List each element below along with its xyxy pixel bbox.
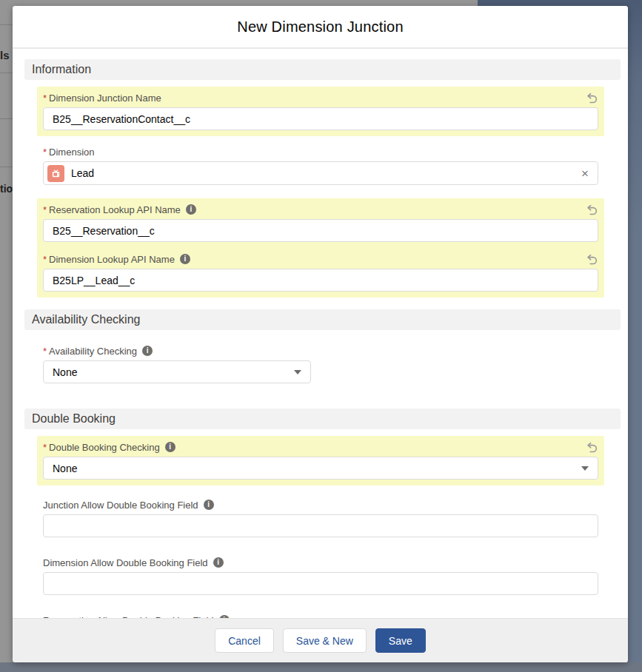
bottom-background-strip bbox=[0, 662, 642, 672]
modal-header: New Dimension Junction bbox=[13, 6, 628, 49]
save-button[interactable]: Save bbox=[375, 628, 426, 653]
required-marker: * bbox=[43, 442, 47, 453]
modal-title: New Dimension Junction bbox=[237, 19, 404, 36]
availability-checking-select[interactable]: None bbox=[43, 360, 311, 383]
field-label: Junction Allow Double Booking Field bbox=[43, 500, 198, 511]
dimension-junction-name-input[interactable] bbox=[43, 107, 598, 130]
save-and-new-button[interactable]: Save & New bbox=[283, 628, 367, 653]
double-booking-checking-select[interactable]: None bbox=[43, 457, 598, 480]
field-dimension-allow-double-booking: Dimension Allow Double Booking Field i bbox=[37, 551, 604, 601]
field-label: Dimension bbox=[49, 147, 94, 158]
double-booking-checking-selected-value: None bbox=[53, 463, 581, 474]
required-marker: * bbox=[43, 346, 47, 357]
availability-checking-selected-value: None bbox=[53, 366, 294, 378]
info-icon[interactable]: i bbox=[180, 254, 190, 264]
field-label: Availability Checking bbox=[49, 346, 137, 357]
info-icon[interactable]: i bbox=[213, 557, 224, 568]
background-divider bbox=[0, 24, 13, 25]
undo-icon[interactable] bbox=[586, 92, 598, 104]
field-double-booking-checking: * Double Booking Checking i None bbox=[37, 436, 604, 485]
undo-icon[interactable] bbox=[586, 441, 598, 454]
modal-body: Information * Dimension Junction Name * bbox=[13, 49, 628, 618]
required-marker: * bbox=[43, 93, 47, 104]
background-divider bbox=[0, 73, 13, 73]
reservation-lookup-api-name-input[interactable] bbox=[43, 219, 598, 242]
field-label: Dimension Allow Double Booking Field bbox=[43, 557, 208, 568]
field-reservation-lookup-api-name: * Reservation Lookup API Name i bbox=[37, 198, 604, 248]
dimension-lookup-combobox[interactable]: Lead × bbox=[43, 161, 598, 185]
field-label: Dimension Lookup API Name bbox=[49, 254, 175, 265]
chevron-down-icon bbox=[581, 466, 589, 471]
lead-object-icon bbox=[47, 165, 64, 182]
field-availability-checking: * Availability Checking i None bbox=[37, 340, 604, 389]
section-header-information: Information bbox=[24, 59, 621, 80]
dimension-selected-value: Lead bbox=[71, 167, 580, 179]
field-label: Reservation Lookup API Name bbox=[49, 204, 181, 215]
new-dimension-junction-modal: New Dimension Junction Information * Dim… bbox=[13, 6, 628, 662]
undo-icon[interactable] bbox=[586, 253, 598, 266]
field-reservation-allow-double-booking: Reservation Allow Double Booking Field i bbox=[37, 609, 604, 618]
info-icon[interactable]: i bbox=[142, 346, 153, 356]
field-label: Dimension Junction Name bbox=[49, 93, 161, 104]
clear-selection-icon[interactable]: × bbox=[580, 167, 590, 180]
required-marker: * bbox=[43, 204, 47, 215]
dimension-lookup-api-name-input[interactable] bbox=[43, 269, 598, 292]
field-dimension-junction-name: * Dimension Junction Name bbox=[37, 87, 604, 136]
field-label: Double Booking Checking bbox=[49, 442, 160, 453]
info-icon[interactable]: i bbox=[204, 500, 214, 510]
chevron-down-icon bbox=[294, 370, 301, 374]
field-junction-allow-double-booking: Junction Allow Double Booking Field i bbox=[37, 494, 604, 543]
info-icon[interactable]: i bbox=[186, 204, 196, 215]
background-divider bbox=[0, 118, 13, 119]
background-divider bbox=[0, 167, 13, 167]
cancel-button[interactable]: Cancel bbox=[215, 628, 274, 653]
section-header-availability-checking: Availability Checking bbox=[24, 309, 621, 330]
required-marker: * bbox=[43, 254, 47, 265]
required-marker: * bbox=[43, 147, 47, 158]
section-header-double-booking: Double Booking bbox=[24, 409, 621, 429]
field-dimension-lookup-api-name: * Dimension Lookup API Name i bbox=[37, 248, 604, 298]
dimension-allow-double-booking-input[interactable] bbox=[43, 572, 598, 595]
junction-allow-double-booking-input[interactable] bbox=[43, 514, 598, 537]
modal-footer: Cancel Save & New Save bbox=[13, 618, 628, 662]
undo-icon[interactable] bbox=[586, 204, 598, 216]
background-text-fragment: tio bbox=[0, 183, 13, 195]
right-background-panel bbox=[628, 0, 642, 672]
field-dimension: * Dimension Lead × bbox=[37, 141, 604, 191]
info-icon[interactable]: i bbox=[165, 442, 175, 452]
